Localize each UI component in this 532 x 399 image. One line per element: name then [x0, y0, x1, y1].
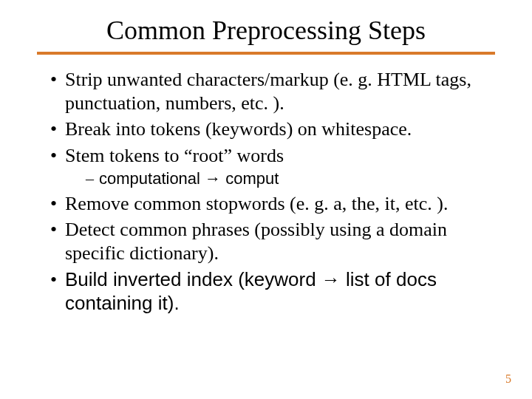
bullet-text: Remove common stopwords (e. g. a, the, i…: [65, 193, 448, 214]
list-item: computational → comput: [86, 169, 495, 189]
list-item: Strip unwanted characters/markup (e. g. …: [50, 68, 495, 115]
bullet-text: Strip unwanted characters/markup (e. g. …: [65, 69, 471, 114]
list-item: Remove common stopwords (e. g. a, the, i…: [50, 192, 495, 216]
list-item: Stem tokens to “root” words computationa…: [50, 144, 495, 189]
bullet-text: computational → comput: [99, 169, 279, 188]
list-item: Detect common phrases (possibly using a …: [50, 218, 495, 265]
bullet-text: Break into tokens (keywords) on whitespa…: [65, 118, 412, 140]
bullet-list: Strip unwanted characters/markup (e. g. …: [37, 68, 495, 315]
slide-title: Common Preprocessing Steps: [37, 15, 495, 46]
bullet-text: Detect common phrases (possibly using a …: [65, 219, 447, 264]
sub-bullet-list: computational → comput: [65, 169, 495, 189]
bullet-text: Stem tokens to “root” words: [65, 145, 284, 166]
title-underline: [37, 52, 495, 55]
list-item: Build inverted index (keyword → list of …: [50, 268, 495, 315]
list-item: Break into tokens (keywords) on whitespa…: [50, 117, 495, 141]
page-number: 5: [505, 372, 511, 386]
bullet-text: Build inverted index (keyword → list of …: [65, 268, 437, 314]
slide: Common Preprocessing Steps Strip unwante…: [0, 0, 532, 399]
